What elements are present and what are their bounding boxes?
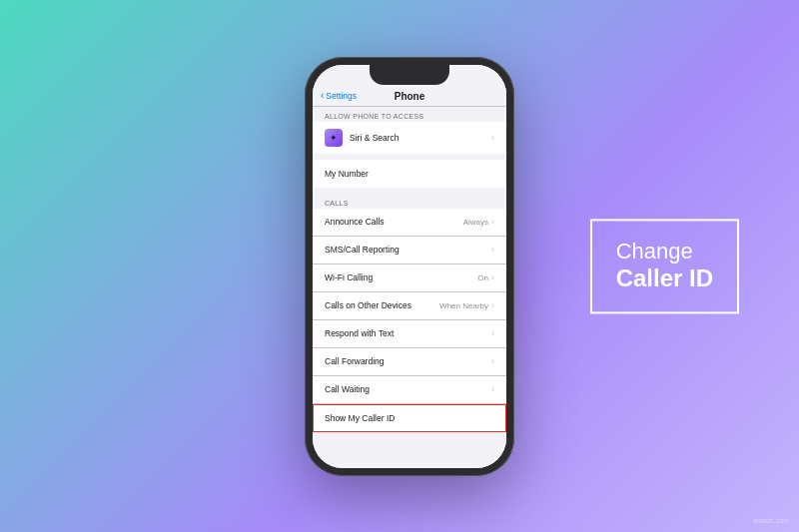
chevron-icon: › [491,356,494,366]
chevron-icon: › [491,384,494,394]
row-sms-reporting[interactable]: SMS/Call Reporting › [313,237,506,265]
row-call-waiting[interactable]: Call Waiting › [313,376,506,404]
section-calls-header: CALLS [313,194,506,209]
right-panel: Change Caller ID [590,219,739,313]
nav-bar: ‹ Settings Phone [313,87,506,107]
group-my-number: My Number [313,160,506,188]
phone-notch [370,65,449,85]
sms-label: SMS/Call Reporting [325,245,491,255]
row-call-forwarding[interactable]: Call Forwarding › [313,348,506,376]
nav-title: Phone [395,91,425,102]
row-announce-calls[interactable]: Announce Calls Always › [313,209,506,237]
chevron-icon: › [491,300,494,310]
caller-id-label: Caller ID [616,265,713,293]
chevron-icon: › [491,217,494,227]
respond-text-label: Respond with Text [325,328,491,338]
row-show-caller-id[interactable]: Show My Caller ID [313,404,506,432]
section-allow-header: ALLOW PHONE TO ACCESS [313,107,506,122]
nav-back-label: Settings [326,91,357,101]
my-number-label: My Number [325,169,494,179]
row-siri-search[interactable]: ✦ Siri & Search › [313,122,506,154]
chevron-icon: › [491,245,494,255]
phone-screen: ‹ Settings Phone ALLOW PHONE TO ACCESS ✦… [313,65,506,468]
group-calls: Announce Calls Always › SMS/Call Reporti… [313,209,506,432]
call-forwarding-label: Call Forwarding [325,356,491,366]
back-chevron-icon: ‹ [321,91,324,101]
show-caller-id-label: Show My Caller ID [325,413,494,423]
calls-other-value: When Nearby [439,301,488,310]
phone-mockup: ‹ Settings Phone ALLOW PHONE TO ACCESS ✦… [305,57,514,476]
call-waiting-label: Call Waiting [325,384,491,394]
chevron-icon: › [491,328,494,338]
wifi-calling-label: Wi-Fi Calling [325,272,477,282]
wifi-calling-value: On [477,273,488,282]
change-label: Change [616,239,693,265]
announce-calls-label: Announce Calls [325,217,463,227]
scene: ‹ Settings Phone ALLOW PHONE TO ACCESS ✦… [0,0,799,532]
watermark: wasdn.com [754,517,789,524]
group-allow: ✦ Siri & Search › [313,122,506,154]
nav-back-button[interactable]: ‹ Settings [321,91,357,101]
chevron-icon: › [491,133,494,143]
chevron-icon: › [491,272,494,282]
ios-screen: ‹ Settings Phone ALLOW PHONE TO ACCESS ✦… [313,65,506,468]
row-my-number[interactable]: My Number [313,160,506,188]
calls-other-label: Calls on Other Devices [325,300,439,310]
row-wifi-calling[interactable]: Wi-Fi Calling On › [313,265,506,292]
siri-label: Siri & Search [350,133,491,143]
panel-box: Change Caller ID [590,219,739,313]
siri-icon: ✦ [325,129,343,147]
announce-calls-value: Always [463,218,488,227]
row-respond-text[interactable]: Respond with Text › [313,320,506,348]
row-calls-other-devices[interactable]: Calls on Other Devices When Nearby › [313,292,506,320]
